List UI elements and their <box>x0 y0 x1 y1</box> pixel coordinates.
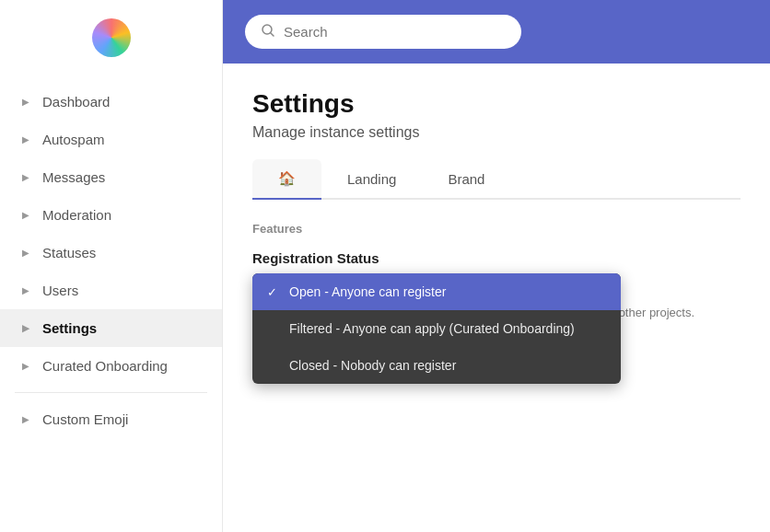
svg-line-1 <box>271 33 274 36</box>
main-area: Settings Manage instance settings 🏠 Land… <box>223 0 770 532</box>
option-label: Open - Anyone can register <box>289 284 446 299</box>
sidebar: ▶ Dashboard ▶ Autospam ▶ Messages ▶ Mode… <box>0 0 223 532</box>
dropdown-option-open[interactable]: ✓ Open - Anyone can register <box>252 273 621 310</box>
sidebar-item-moderation[interactable]: ▶ Moderation <box>0 196 222 234</box>
dropdown-menu: ✓ Open - Anyone can register Filtered - … <box>252 273 621 384</box>
page-title: Settings <box>252 89 741 119</box>
section-label: Features <box>252 222 741 236</box>
chevron-icon: ▶ <box>22 414 29 424</box>
option-label: Closed - Nobody can register <box>289 358 456 373</box>
sidebar-item-label: Autospam <box>42 132 105 147</box>
chevron-icon: ▶ <box>22 285 29 295</box>
sidebar-item-curated-onboarding[interactable]: ▶ Curated Onboarding <box>0 347 222 385</box>
page-subtitle: Manage instance settings <box>252 124 741 141</box>
app-logo <box>92 18 131 57</box>
sidebar-item-label: Statuses <box>42 245 96 260</box>
tabs-bar: 🏠 Landing Brand <box>252 159 741 200</box>
dropdown-option-filtered[interactable]: Filtered - Anyone can apply (Curated Onb… <box>252 310 621 347</box>
chevron-icon: ▶ <box>22 210 29 220</box>
search-bar[interactable] <box>245 15 521 49</box>
tab-brand[interactable]: Brand <box>422 159 510 200</box>
search-input[interactable] <box>284 24 486 40</box>
search-icon <box>262 24 274 40</box>
sidebar-item-custom-emoji[interactable]: ▶ Custom Emoji <box>0 400 222 438</box>
sidebar-item-label: Custom Emoji <box>42 411 128 427</box>
sidebar-item-label: Settings <box>42 320 97 336</box>
content-area: Settings Manage instance settings 🏠 Land… <box>223 64 770 532</box>
tab-landing[interactable]: Landing <box>321 159 422 200</box>
chevron-icon: ▶ <box>22 361 29 371</box>
dropdown-option-closed[interactable]: Closed - Nobody can register <box>252 347 621 384</box>
tab-home[interactable]: 🏠 <box>252 159 321 200</box>
sidebar-item-label: Users <box>42 283 78 298</box>
chevron-icon: ▶ <box>22 134 29 145</box>
sidebar-item-settings[interactable]: ▶ Settings <box>0 309 222 347</box>
sidebar-item-label: Dashboard <box>42 94 110 110</box>
sidebar-item-label: Curated Onboarding <box>42 358 168 374</box>
field-label-registration: Registration Status <box>252 250 741 266</box>
sidebar-item-users[interactable]: ▶ Users <box>0 272 222 309</box>
sidebar-item-dashboard[interactable]: ▶ Dashboard <box>0 83 222 121</box>
sidebar-item-autospam[interactable]: ▶ Autospam <box>0 121 222 158</box>
logo-area <box>0 0 222 75</box>
home-icon: 🏠 <box>278 170 296 187</box>
tab-brand-label: Brand <box>448 171 484 187</box>
check-icon: ✓ <box>267 285 282 299</box>
sidebar-item-messages[interactable]: ▶ Messages <box>0 158 222 196</box>
option-label: Filtered - Anyone can apply (Curated Onb… <box>289 321 575 336</box>
sidebar-item-label: Messages <box>42 169 105 185</box>
chevron-icon: ▶ <box>22 172 29 182</box>
sidebar-item-statuses[interactable]: ▶ Statuses <box>0 234 222 272</box>
chevron-icon: ▶ <box>22 97 29 107</box>
header <box>223 0 770 64</box>
tab-landing-label: Landing <box>347 171 396 187</box>
sidebar-item-label: Moderation <box>42 207 111 223</box>
chevron-icon: ▶ <box>22 323 29 333</box>
sidebar-divider <box>15 392 207 393</box>
sidebar-nav: ▶ Dashboard ▶ Autospam ▶ Messages ▶ Mode… <box>0 75 222 532</box>
chevron-icon: ▶ <box>22 248 29 258</box>
